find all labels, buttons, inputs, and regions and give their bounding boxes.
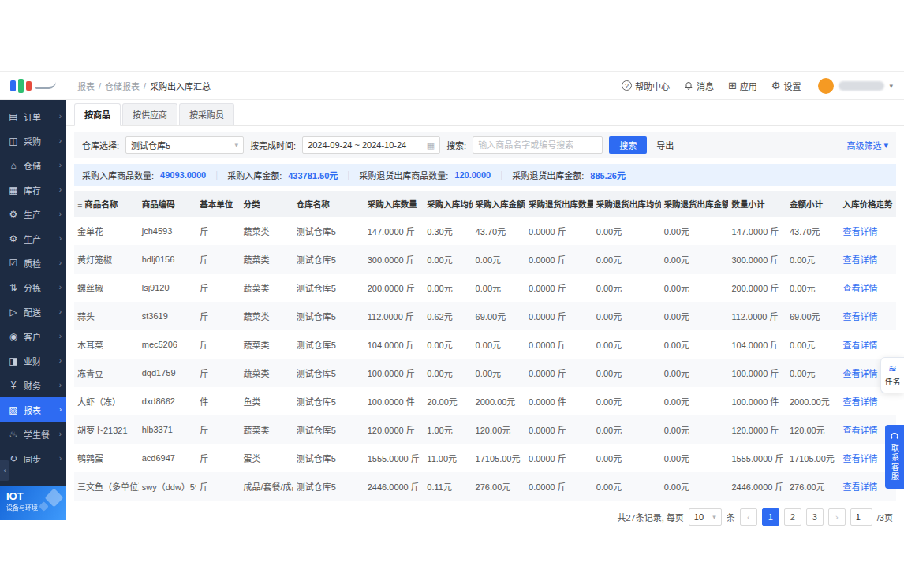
customer-service-float-button[interactable]: 联系客服 — [885, 425, 904, 489]
column-header-10[interactable]: 采购退货出库均价 — [593, 191, 661, 217]
view-details-link[interactable]: 查看详情 — [842, 284, 877, 293]
table-cell: acd6947 — [139, 444, 197, 472]
sidebar-item-warehouse[interactable]: ⌂仓储› — [0, 153, 66, 177]
advanced-filter-button[interactable]: 高级筛选 ▾ — [846, 139, 888, 151]
iot-banner[interactable]: IOT 设备与环境 — [0, 486, 66, 520]
view-details-link[interactable]: 查看详情 — [842, 426, 877, 435]
table-cell: 100.0000 件 — [728, 387, 786, 415]
sidebar: ▤订单›◫采购›⌂仓储›▦库存›⚙生产›⚙生产›☑质检›⇅分拣›▷配送›◉客户›… — [0, 100, 66, 520]
page-jump-input[interactable]: 1 — [850, 508, 872, 526]
filter-bar: 仓库选择: 测试仓库5 ▾ 按完成时间: 2024-09-24 ~ 2024-1… — [74, 132, 896, 158]
view-details-link[interactable]: 查看详情 — [842, 312, 877, 322]
sidebar-item-finance[interactable]: ¥财务› — [0, 373, 66, 397]
chevron-right-icon: › — [59, 112, 62, 121]
column-header-9[interactable]: 采购退货出库数量 — [525, 191, 593, 217]
sidebar-item-production-1[interactable]: ⚙生产› — [0, 202, 66, 226]
tab-by-purchaser[interactable]: 按采购员 — [179, 103, 234, 125]
next-page-button[interactable]: › — [828, 508, 846, 526]
apps-button[interactable]: ⊞ 应用 — [728, 80, 757, 92]
column-header-14[interactable]: 入库价格走势 — [839, 191, 896, 217]
purchase-icon: ◫ — [8, 136, 19, 147]
search-input[interactable] — [478, 140, 597, 150]
page-button-1[interactable]: 1 — [762, 508, 779, 526]
breadcrumb-item[interactable]: 仓储报表 — [105, 80, 140, 92]
sidebar-item-label: 生产 — [24, 208, 54, 221]
column-header-8[interactable]: 采购入库金额 — [473, 191, 525, 217]
sidebar-item-purchase[interactable]: ◫采购› — [0, 128, 66, 153]
view-details-link[interactable]: 查看详情 — [842, 227, 877, 236]
column-header-4[interactable]: 分类 — [240, 191, 293, 217]
table-cell: 0.00元 — [593, 415, 661, 444]
breadcrumb-item[interactable]: 报表 — [77, 80, 95, 92]
sidebar-item-sorting[interactable]: ⇅分拣› — [0, 275, 66, 300]
date-range-picker[interactable]: 2024-09-24 ~ 2024-10-24 ▦ — [302, 136, 440, 154]
settings-label: 设置 — [783, 80, 801, 92]
breadcrumb-separator: / — [144, 81, 146, 91]
user-menu[interactable]: ▾ — [818, 78, 893, 94]
view-details-link[interactable]: 查看详情 — [842, 341, 877, 350]
column-header-2[interactable]: 商品编码 — [139, 191, 197, 217]
column-header-13[interactable]: 金额小计 — [786, 191, 839, 217]
column-header-1[interactable]: ≡商品名称 — [74, 191, 139, 217]
page-button-3[interactable]: 3 — [806, 508, 824, 526]
search-button[interactable]: 搜索 — [609, 136, 647, 154]
table-cell: dqd1759 — [139, 359, 197, 387]
tab-by-product[interactable]: 按商品 — [74, 103, 121, 126]
settings-button[interactable]: ⚙ 设置 — [771, 80, 801, 92]
table-cell: 0.0000 斤 — [525, 359, 593, 387]
help-center-button[interactable]: ? 帮助中心 — [622, 80, 670, 92]
sidebar-item-student-meal[interactable]: ♨学生餐› — [0, 422, 66, 446]
page-size-value: 10 — [694, 512, 704, 522]
table-container: ≡商品名称商品编码基本单位分类仓库名称采购入库数量采购入库均价采购入库金额采购退… — [74, 191, 896, 501]
search-field[interactable] — [473, 136, 603, 154]
sidebar-item-inventory[interactable]: ▦库存› — [0, 177, 66, 202]
page-size-select[interactable]: 10 ▾ — [689, 508, 722, 526]
sidebar-item-delivery[interactable]: ▷配送› — [0, 300, 66, 324]
sidebar-item-business-finance[interactable]: ◨业财› — [0, 348, 66, 373]
sidebar-item-qc[interactable]: ☑质检› — [0, 251, 66, 275]
column-header-11[interactable]: 采购退货出库金额 — [661, 191, 729, 217]
sidebar-item-reports[interactable]: ▧报表› — [0, 397, 66, 422]
export-button[interactable]: 导出 — [653, 139, 677, 151]
column-header-5[interactable]: 仓库名称 — [293, 191, 364, 217]
tasks-float-button[interactable]: ≋ 任务 — [880, 357, 904, 393]
warehouse-select[interactable]: 测试仓库5 ▾ — [125, 136, 244, 154]
chevron-right-icon: › — [59, 430, 62, 438]
chevron-right-icon: › — [59, 283, 62, 292]
table-row: 螺丝椒lsj9120斤蔬菜类测试仓库5200.0000 斤0.00元0.00元0… — [74, 274, 896, 302]
chevron-right-icon: › — [59, 454, 62, 463]
apps-label: 应用 — [740, 80, 757, 92]
delivery-icon: ▷ — [8, 307, 19, 318]
sidebar-item-orders[interactable]: ▤订单› — [0, 104, 66, 128]
prev-page-button[interactable]: ‹ — [740, 508, 757, 526]
table-cell: dxd8662 — [139, 387, 197, 415]
summary-label: 采购入库金额: — [227, 169, 282, 181]
sidebar-item-sync[interactable]: ↻同步› — [0, 446, 66, 471]
table-cell: 斤 — [196, 302, 240, 330]
tab-by-supplier[interactable]: 按供应商 — [122, 103, 177, 125]
chevron-down-icon: ▾ — [712, 513, 716, 521]
table-cell: 斤 — [196, 472, 240, 501]
sidebar-item-production-2[interactable]: ⚙生产› — [0, 226, 66, 251]
view-details-link[interactable]: 查看详情 — [842, 482, 877, 492]
summary-divider: ｜ — [212, 169, 221, 181]
table-cell: 测试仓库5 — [293, 274, 364, 302]
column-header-12[interactable]: 数量小计 — [728, 191, 786, 217]
column-header-3[interactable]: 基本单位 — [196, 191, 240, 217]
column-header-7[interactable]: 采购入库均价 — [424, 191, 472, 217]
column-header-6[interactable]: 采购入库数量 — [364, 191, 424, 217]
page-button-2[interactable]: 2 — [784, 508, 801, 526]
table-cell: 斤 — [196, 245, 240, 274]
user-name-redacted — [839, 81, 884, 91]
table-cell: mec5206 — [139, 330, 197, 359]
view-details-link[interactable]: 查看详情 — [842, 369, 877, 378]
messages-button[interactable]: 消息 — [684, 80, 714, 92]
view-details-link[interactable]: 查看详情 — [842, 454, 877, 463]
sidebar-item-customers[interactable]: ◉客户› — [0, 324, 66, 348]
view-details-link[interactable]: 查看详情 — [842, 255, 877, 265]
sidebar-collapse-button[interactable]: ‹ — [0, 460, 9, 481]
view-details-link[interactable]: 查看详情 — [842, 397, 877, 407]
table-cell: 0.00元 — [473, 359, 525, 387]
report-table: ≡商品名称商品编码基本单位分类仓库名称采购入库数量采购入库均价采购入库金额采购退… — [74, 191, 896, 501]
table-cell: 蔬菜类 — [240, 359, 293, 387]
